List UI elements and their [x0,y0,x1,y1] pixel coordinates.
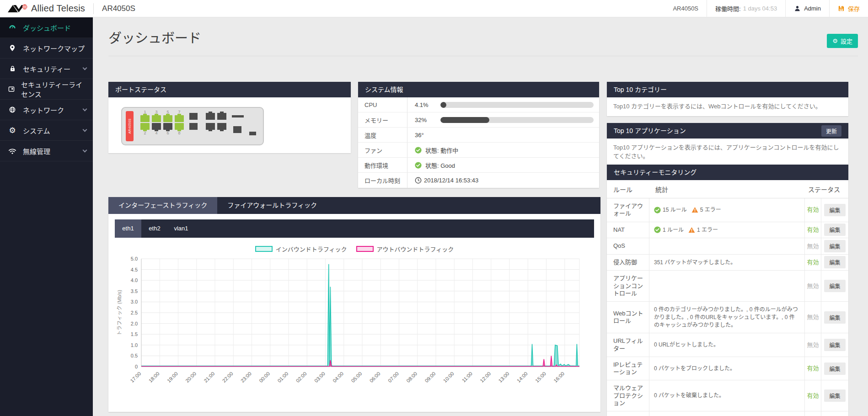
refresh-button[interactable]: 更新 [821,125,841,137]
edit-button[interactable]: 編集 [824,339,845,351]
column-stats: 統計 [655,185,797,194]
edit-button[interactable]: 編集 [824,240,845,252]
sidebar-item-network[interactable]: ネットワーク [0,100,93,120]
sidebar-item-dashboard[interactable]: ダッシュボード [0,17,93,38]
rj45-port-3 [152,115,161,122]
stat-part: 1 エラー [688,226,718,234]
svg-text:00:00: 00:00 [258,371,271,384]
warning-icon [688,227,695,233]
svg-text:11:00: 11:00 [461,371,473,383]
port-column: 56 [163,110,172,135]
uptime-value: 1 days 04:53 [743,5,777,12]
sidebar-item-network-map[interactable]: ネットワークマップ [0,38,93,59]
system-info-row: 温度36° [358,128,599,143]
tab-traffic-1[interactable]: ファイアウォールトラフィック [217,197,327,214]
chevron-down-icon [83,65,87,70]
edit-button[interactable]: 編集 [824,389,845,402]
traffic-panel: インターフェーストラフィックファイアウォールトラフィック eth1eth2vla… [108,197,600,412]
sidebar-item-security-license[interactable]: セキュリティーライセンス [0,79,93,100]
system-info-title: システム情報 [365,82,592,97]
wan-ports [206,113,226,130]
edit-button[interactable]: 編集 [824,224,845,236]
rule-stats: 1 ルール1 エラー [649,222,804,238]
edit-button[interactable]: 編集 [824,204,845,216]
top10-categories-title: Top 10 カテゴリー [614,82,841,97]
rule-stats [649,271,804,301]
console-port [233,126,241,133]
status-badge: 有効 [804,222,821,238]
sidebar-item-security[interactable]: セキュリティー [0,59,93,79]
progress-bar [440,102,594,108]
sidebar-item-system[interactable]: ⚙システム [0,120,93,141]
security-rule-row: IPレピュテーション0 パケットをブロックしました。有効編集 [607,357,848,381]
map-marker-icon [8,43,17,53]
port-number: 8 [178,131,180,135]
admin-menu[interactable]: Admin [785,0,829,17]
edit-cell: 編集 [821,380,848,411]
system-info-value: 4.1% [407,101,599,108]
edit-cell: 編集 [821,357,848,380]
rule-stats: 0 パケットをブロックしました。 [649,357,804,380]
edit-button[interactable]: 編集 [824,363,845,375]
console-slot [232,115,244,117]
uptime: 稼働時間: 1 days 04:53 [707,0,785,17]
svg-text:07:00: 07:00 [387,371,400,384]
rule-name: マルウェアプロテクション [607,380,649,411]
svg-text:14:00: 14:00 [516,371,529,384]
brand-name: Allied Telesis [31,3,85,14]
legend-swatch [255,246,273,252]
rule-stats: 351 パケットがマッチしました。 [649,255,804,271]
sidebar-item-wireless[interactable]: 無線管理 [0,141,93,161]
edit-button[interactable]: 編集 [824,256,845,268]
svg-text:22:00: 22:00 [221,371,234,384]
sidebar-item-label: セキュリティー [23,64,70,74]
svg-text:01:00: 01:00 [276,371,289,384]
svg-text:5.0: 5.0 [131,256,138,261]
rule-name: アンチウイルス [607,411,649,416]
rule-stats [649,238,804,254]
svg-text:トラフィック (Mb/s): トラフィック (Mb/s) [117,290,122,336]
rj45-port-1 [140,115,150,122]
svg-text:08:00: 08:00 [405,371,418,384]
top10-applications-message: Top10 アプリケーションを表示するには、アプリケーションコントロールを有効に… [607,139,848,166]
top-header: Allied Telesis AR4050S AR4050S 稼働時間: 1 d… [0,0,868,17]
legend-label: インバウンドトラフィック [276,245,347,253]
rule-stats: 0 パケットを破棄しました。 [649,380,804,411]
system-info-label: 動作環境 [358,158,407,172]
rj45-port-2 [140,123,150,130]
status-text: 状態: 動作中 [425,146,458,155]
status-text: 状態: Good [425,161,455,170]
settings-button[interactable]: ⚙ 設定 [827,34,858,48]
metric-value: 36° [415,132,424,139]
tab-eth2[interactable]: eth2 [141,219,168,238]
progress-fill [440,117,489,123]
edit-cell: 編集 [821,222,848,238]
main-content: ダッシュボード ⚙ 設定 ポートステータス AR4050S 12345678 シ… [93,17,868,416]
save-button[interactable]: 保存 [829,0,868,17]
status-badge: 無効 [804,411,821,416]
port-column: 34 [152,110,161,135]
check-icon [654,226,661,233]
tab-eth1[interactable]: eth1 [115,219,141,238]
port-number: 2 [144,131,146,135]
port-status-title: ポートステータス [115,82,344,97]
tab-traffic-0[interactable]: インターフェーストラフィック [108,197,217,214]
security-rule-row: ファイアウォール15 ルール5 エラー有効編集 [607,198,848,222]
stat-text: 1 エラー [697,226,718,234]
status-badge: 有効 [804,380,821,411]
svg-text:03:00: 03:00 [313,371,326,384]
stat-part: 15 ルール [654,206,687,214]
top10-applications-panel: Top 10 アプリケーション 更新 Top10 アプリケーションを表示するには… [607,123,848,166]
security-rule-row: Webコントロール0 件のカテゴリーがみつかりました。, 0 件のルールがみつか… [607,302,848,333]
rule-name: 侵入防御 [607,255,649,271]
security-rule-row: 侵入防御351 パケットがマッチしました。有効編集 [607,255,848,271]
sfp-ports [189,113,198,130]
svg-text:09:00: 09:00 [423,371,436,384]
edit-button[interactable]: 編集 [824,311,845,324]
status-badge: 有効 [804,357,821,380]
brand-logo: Allied Telesis [0,3,85,14]
tab-vlan1[interactable]: vlan1 [168,219,194,238]
allied-telesis-logo-icon [7,3,27,14]
edit-button[interactable]: 編集 [824,280,845,292]
header-device-name: AR4050S [664,0,707,17]
